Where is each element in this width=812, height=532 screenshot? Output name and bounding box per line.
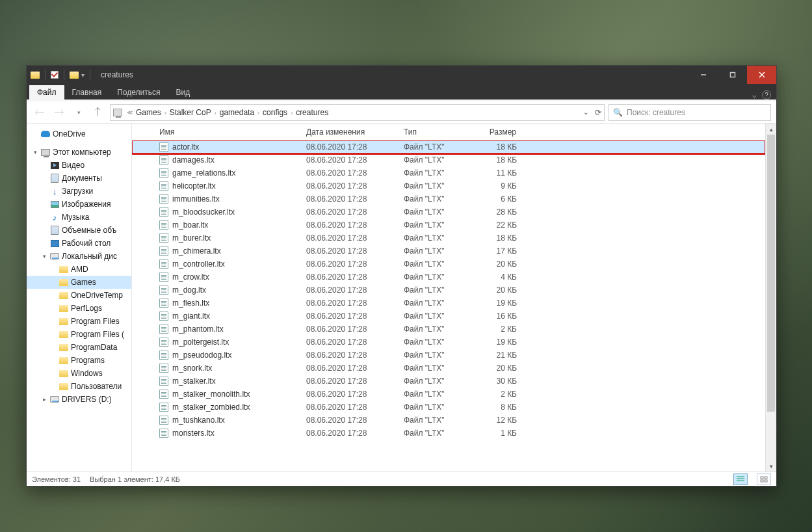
nav-item[interactable]: Program Files [27,315,131,328]
nav-item[interactable]: OneDriveTemp [27,289,131,302]
chevron-right-icon[interactable]: ≪ [125,109,135,116]
file-date: 08.06.2020 17:28 [301,299,399,308]
nav-item[interactable]: PerfLogs [27,302,131,315]
nav-forward-button[interactable]: 🡒 [51,105,67,120]
column-date[interactable]: Дата изменения [301,124,399,140]
nav-item[interactable]: ♪Музыка [27,211,131,224]
file-row[interactable]: m_tushkano.ltx08.06.2020 17:28Файл "LTX"… [132,414,765,427]
breadcrumb-bar[interactable]: ≪ Games›Stalker CoP›gamedata›configs›cre… [110,104,605,121]
breadcrumb-item[interactable]: Games [135,108,163,117]
file-row[interactable]: helicopter.ltx08.06.2020 17:28Файл "LTX"… [132,180,765,193]
breadcrumb-item[interactable]: Stalker CoP [168,108,213,117]
file-icon [159,194,168,204]
file-row[interactable]: m_stalker_monolith.ltx08.06.2020 17:28Фа… [132,388,765,401]
file-row[interactable]: m_bloodsucker.ltx08.06.2020 17:28Файл "L… [132,206,765,219]
file-date: 08.06.2020 17:28 [301,233,399,243]
maximize-button[interactable] [718,66,747,84]
minimize-button[interactable] [688,66,718,84]
nav-item-label: Program Files ( [71,330,124,339]
breadcrumb-item[interactable]: gamedata [218,108,255,117]
scroll-thumb[interactable] [767,135,775,412]
refresh-icon[interactable]: ⟳ [595,108,601,117]
nav-item[interactable]: Видео [27,159,131,172]
nav-item[interactable]: Program Files ( [27,328,131,341]
nav-item[interactable]: Games [27,276,131,289]
file-row[interactable]: m_dog.ltx08.06.2020 17:28Файл "LTX"20 КБ [132,284,765,297]
column-size[interactable]: Размер [470,124,522,140]
file-row[interactable]: actor.ltx08.06.2020 17:28Файл "LTX"18 КБ [132,140,765,153]
view-large-button[interactable] [757,473,771,485]
tab-home[interactable]: Главная [64,85,110,100]
nav-item[interactable]: Рабочий стол [27,237,131,250]
file-row[interactable]: monsters.ltx08.06.2020 17:28Файл "LTX"1 … [132,427,765,440]
chevron-right-icon[interactable]: › [213,110,218,116]
column-name[interactable]: Имя [132,124,301,140]
nav-item[interactable]: Документы [27,172,131,185]
titlebar[interactable]: ▾ creatures [27,66,776,84]
file-row[interactable]: m_boar.ltx08.06.2020 17:28Файл "LTX"22 К… [132,219,765,232]
nav-up-button[interactable]: 🡑 [90,105,106,120]
chevron-right-icon[interactable]: › [255,110,261,116]
search-input[interactable]: 🔍 Поиск: creatures [609,104,771,121]
file-row[interactable]: m_snork.ltx08.06.2020 17:28Файл "LTX"20 … [132,362,765,375]
file-row[interactable]: immunities.ltx08.06.2020 17:28Файл "LTX"… [132,193,765,206]
nav-back-button[interactable]: 🡐 [32,105,47,120]
file-icon [159,351,168,360]
chevron-right-icon[interactable]: › [163,110,168,116]
nav-item[interactable]: AMD [27,263,131,276]
file-row[interactable]: m_crow.ltx08.06.2020 17:28Файл "LTX"4 КБ [132,271,765,284]
nav-recent-dropdown[interactable]: ▾ [71,105,86,120]
nav-item-label: Этот компьютер [53,148,111,157]
qat-properties-icon[interactable] [51,71,59,79]
file-row[interactable]: damages.ltx08.06.2020 17:28Файл "LTX"18 … [132,153,765,166]
breadcrumb-item[interactable]: configs [261,108,289,117]
column-headers[interactable]: Имя Дата изменения Тип Размер [132,124,765,140]
file-row[interactable]: game_relations.ltx08.06.2020 17:28Файл "… [132,166,765,180]
file-row[interactable]: m_chimera.ltx08.06.2020 17:28Файл "LTX"1… [132,245,765,258]
file-row[interactable]: m_stalker.ltx08.06.2020 17:28Файл "LTX"3… [132,375,765,388]
close-button[interactable] [747,66,776,84]
tab-file[interactable]: Файл [29,85,64,100]
file-row[interactable]: m_burer.ltx08.06.2020 17:28Файл "LTX"18 … [132,232,765,245]
nav-item[interactable]: ▾Локальный дис [27,250,131,263]
help-icon[interactable]: ? [762,90,771,100]
vertical-scrollbar[interactable]: ▴ ▾ [765,124,776,472]
file-row[interactable]: m_controller.ltx08.06.2020 17:28Файл "LT… [132,258,765,271]
scroll-down-icon[interactable]: ▾ [766,460,776,472]
ribbon-collapse-icon[interactable]: ⌵ [752,91,757,100]
file-row[interactable]: m_stalker_zombied.ltx08.06.2020 17:28Фай… [132,401,765,414]
nav-item[interactable]: Изображения [27,198,131,211]
expand-icon[interactable]: ▾ [32,149,38,155]
file-row[interactable]: m_pseudodog.ltx08.06.2020 17:28Файл "LTX… [132,349,765,362]
nav-item[interactable]: OneDrive [27,127,131,140]
scroll-track[interactable] [766,135,776,460]
tab-view[interactable]: Вид [168,85,198,100]
qat-newfolder-icon[interactable] [70,72,79,79]
breadcrumb-item[interactable]: creatures [295,108,330,117]
file-row[interactable]: m_poltergeist.ltx08.06.2020 17:28Файл "L… [132,336,765,349]
nav-item-label: OneDriveTemp [71,291,123,300]
nav-item[interactable]: ProgramData [27,341,131,354]
expand-icon[interactable]: ▸ [41,396,47,403]
file-date: 08.06.2020 17:28 [301,246,399,256]
scroll-up-icon[interactable]: ▴ [766,124,776,135]
navigation-pane[interactable]: OneDrive▾Этот компьютерВидеоДокументы↓За… [27,124,132,472]
nav-item[interactable]: Programs [27,354,131,367]
nav-item[interactable]: ↓Загрузки [27,185,131,198]
column-type[interactable]: Тип [399,124,470,140]
expand-icon[interactable]: ▾ [41,253,47,259]
file-row[interactable]: m_giant.ltx08.06.2020 17:28Файл "LTX"16 … [132,310,765,323]
nav-item[interactable]: Объемные объ [27,224,131,237]
file-list[interactable]: actor.ltx08.06.2020 17:28Файл "LTX"18 КБ… [132,140,765,472]
address-dropdown-icon[interactable]: ⌄ [583,109,588,116]
tab-share[interactable]: Поделиться [109,85,168,100]
view-details-button[interactable] [733,473,748,485]
nav-item[interactable]: Windows [27,367,131,380]
chevron-right-icon[interactable]: › [289,110,295,116]
nav-item[interactable]: ▾Этот компьютер [27,146,131,159]
file-row[interactable]: m_phantom.ltx08.06.2020 17:28Файл "LTX"2… [132,323,765,336]
nav-item[interactable]: ▸DRIVERS (D:) [27,393,131,406]
qat-dropdown-icon[interactable]: ▾ [81,72,85,79]
nav-item[interactable]: Пользователи [27,380,131,393]
file-row[interactable]: m_flesh.ltx08.06.2020 17:28Файл "LTX"19 … [132,297,765,310]
